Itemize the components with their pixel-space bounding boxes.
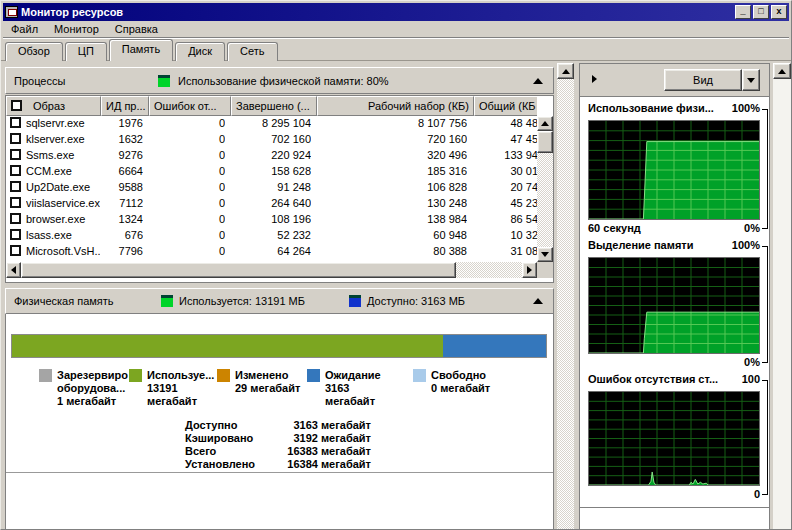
row-checkbox[interactable] (10, 133, 21, 144)
column-header-0[interactable]: Образ (6, 96, 101, 116)
chart-footer-hard-faults-per-sec: 0 (588, 488, 760, 503)
cell-2: 0 (149, 197, 225, 209)
processes-vertical-scrollbar[interactable] (537, 116, 553, 262)
cell-4: 80 388 (317, 245, 467, 257)
right-vertical-scrollbar[interactable] (773, 63, 791, 530)
cell-4: 138 984 (317, 213, 467, 225)
row-checkbox[interactable] (10, 181, 21, 192)
window-title: Монитор ресурсов (21, 6, 735, 18)
legend-swatch-modified (217, 369, 230, 382)
cell-5: 10 32 (474, 229, 537, 241)
close-button[interactable]: x (771, 5, 787, 19)
chart-bracket (762, 380, 768, 495)
stat-value: 3192 мегабайт (246, 432, 371, 445)
column-header-2[interactable]: Ошибок от... (149, 96, 231, 116)
scroll-up-icon[interactable] (773, 63, 791, 79)
scroll-right-icon[interactable] (522, 262, 537, 278)
cell-5: 48 48 (474, 117, 537, 129)
cell-3: 220 924 (231, 149, 311, 161)
cell-1: 6664 (101, 165, 143, 177)
minimize-button[interactable]: _ (735, 5, 751, 19)
scroll-up-icon[interactable] (557, 63, 574, 79)
collapse-processes-icon[interactable] (533, 78, 543, 84)
scroll-left-icon[interactable] (6, 262, 21, 278)
scrollbar-thumb[interactable] (21, 262, 456, 278)
tab-overview[interactable]: Обзор (5, 42, 63, 61)
physical-memory-title: Физическая память (14, 295, 114, 307)
column-header-4[interactable]: Рабочий набор (КБ) (317, 96, 474, 116)
cell-5: 30 01 (474, 165, 537, 177)
cell-3: 108 196 (231, 213, 311, 225)
row-checkbox[interactable] (10, 165, 21, 176)
maximize-button[interactable]: □ (753, 5, 769, 19)
processes-table-rows: sqlservr.exe197608 295 1048 107 75648 48… (6, 116, 537, 262)
scroll-up-icon[interactable] (537, 116, 553, 131)
tab-cpu[interactable]: ЦП (65, 42, 107, 61)
cell-3: 158 628 (231, 165, 311, 177)
table-row[interactable]: Ssms.exe92760220 924320 496133 94 (6, 148, 537, 164)
cell-1: 9276 (101, 149, 143, 161)
tab-disk[interactable]: Диск (175, 42, 225, 61)
cell-1: 1632 (101, 133, 143, 145)
row-checkbox[interactable] (10, 229, 21, 240)
menu-item-help[interactable]: Справка (107, 22, 166, 36)
chart-footer-physical-memory-usage: 60 секунд0% (588, 222, 760, 237)
cell-4: 130 248 (317, 197, 467, 209)
collapse-physical-memory-icon[interactable] (533, 298, 543, 304)
memory-usage-icon (158, 75, 170, 87)
select-all-checkbox[interactable] (11, 100, 22, 111)
cell-0: browser.exe (26, 213, 100, 225)
stat-value: 16383 мегабайт (246, 445, 371, 458)
chart-plot-hard-faults-per-sec (588, 391, 760, 486)
table-row[interactable]: browser.exe13240108 196138 98486 54 (6, 212, 537, 228)
table-row[interactable]: klserver.exe16320702 160720 16047 45 (6, 132, 537, 148)
chevron-down-icon (747, 78, 755, 83)
cell-3: 8 295 104 (231, 117, 311, 129)
processes-table-header: ОбразИД пр...Ошибок от...Завершено (...Р… (6, 96, 537, 116)
cell-0: CCM.exe (26, 165, 100, 177)
cell-1: 9588 (101, 181, 143, 193)
cell-2: 0 (149, 149, 225, 161)
processes-status: Использование физической памяти: 80% (178, 75, 389, 87)
cell-1: 7796 (101, 245, 143, 257)
column-header-5[interactable]: Общий (КБ (474, 96, 537, 116)
cell-2: 0 (149, 133, 225, 145)
row-checkbox[interactable] (10, 245, 21, 256)
table-row[interactable]: viislaservice.exe71120264 640130 24845 2… (6, 196, 537, 212)
processes-section-header[interactable]: Процессы Использование физической памяти… (5, 67, 554, 94)
column-header-3[interactable]: Завершено (... (231, 96, 317, 116)
row-checkbox[interactable] (10, 149, 21, 160)
physical-memory-section-header[interactable]: Физическая память Используется: 13191 МБ… (5, 288, 554, 314)
view-button[interactable]: Вид (664, 69, 742, 91)
table-row[interactable]: Microsoft.VsH...7796064 26480 38831 08 (6, 244, 537, 260)
cell-4: 185 316 (317, 165, 467, 177)
legend-swatch-in-use (129, 369, 142, 382)
row-checkbox[interactable] (10, 117, 21, 128)
row-checkbox[interactable] (10, 213, 21, 224)
scroll-down-icon[interactable] (537, 247, 553, 262)
legend-swatch-hardware-reserved (39, 369, 52, 382)
scrollbar-corner (537, 262, 553, 278)
view-dropdown-button[interactable] (742, 69, 760, 91)
cell-0: lsass.exe (26, 229, 100, 241)
cell-4: 8 107 756 (317, 117, 467, 129)
table-row[interactable]: CCM.exe66640158 628185 31630 01 (6, 164, 537, 180)
memory-available-label: Доступно: 3163 МБ (367, 295, 465, 307)
table-row[interactable]: lsass.exe676052 23260 94810 32 (6, 228, 537, 244)
cell-4: 106 828 (317, 181, 467, 193)
title-bar[interactable]: Монитор ресурсов _ □ x (3, 3, 789, 21)
table-row[interactable]: sqlservr.exe197608 295 1048 107 75648 48 (6, 116, 537, 132)
main-vertical-scrollbar[interactable] (557, 63, 574, 530)
menu-item-file[interactable]: Файл (3, 22, 46, 36)
column-header-1[interactable]: ИД пр... (101, 96, 149, 116)
row-checkbox[interactable] (10, 197, 21, 208)
menu-item-monitor[interactable]: Монитор (46, 22, 107, 36)
expand-panel-icon[interactable] (592, 75, 597, 83)
table-row[interactable]: Up2Date.exe9588091 248106 82820 74 (6, 180, 537, 196)
scrollbar-thumb[interactable] (537, 131, 553, 153)
processes-horizontal-scrollbar[interactable] (6, 262, 537, 278)
cell-2: 0 (149, 229, 225, 241)
cell-2: 0 (149, 181, 225, 193)
tab-network[interactable]: Сеть (227, 42, 277, 61)
tab-memory[interactable]: Память (109, 39, 173, 61)
